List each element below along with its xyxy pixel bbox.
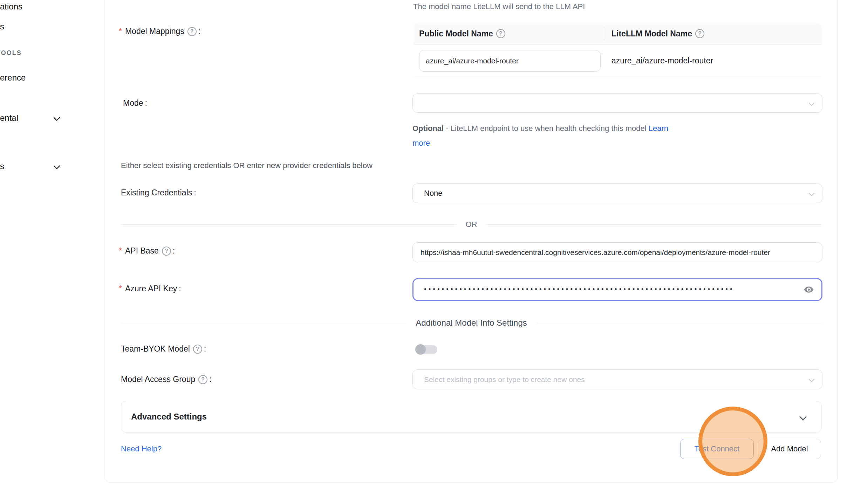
api-base-label: * API Base ? : [119, 246, 175, 256]
add-model-button[interactable]: Add Model [758, 439, 821, 459]
learn-more-link[interactable]: more [412, 139, 430, 147]
chevron-down-icon[interactable] [54, 115, 60, 120]
required-mark: * [119, 246, 122, 256]
help-icon[interactable]: ? [496, 29, 505, 38]
chevron-down-icon [809, 191, 814, 196]
help-icon[interactable]: ? [198, 375, 207, 384]
table-row: azure_ai/azure-model-router [414, 45, 822, 77]
sidebar-item-experimental[interactable]: ental [0, 113, 18, 123]
sidebar: ations s TOOLS erence ental s [0, 0, 104, 485]
sidebar-item-organizations[interactable]: ations [0, 2, 22, 12]
required-mark: * [119, 27, 122, 36]
learn-more-link[interactable]: Learn [649, 124, 668, 133]
azure-api-key-input[interactable]: ••••••••••••••••••••••••••••••••••••••••… [412, 278, 822, 301]
advanced-settings-panel[interactable]: Advanced Settings [121, 401, 822, 432]
help-icon[interactable]: ? [162, 247, 171, 256]
test-connect-button[interactable]: Test Connect [680, 439, 754, 459]
existing-credentials-label: Existing Credentials: [121, 188, 196, 198]
mode-label: Mode: [123, 98, 147, 108]
chevron-down-icon [809, 377, 814, 382]
litellm-model-name-value: azure_ai/azure-model-router [604, 56, 713, 65]
team-byok-toggle[interactable] [415, 344, 437, 355]
model-access-group-label: Model Access Group ? : [121, 375, 212, 384]
additional-settings-title: Additional Model Info Settings [406, 318, 536, 328]
chevron-down-icon[interactable] [54, 163, 60, 169]
eye-icon[interactable] [802, 284, 815, 295]
team-byok-label: Team-BYOK Model ? : [121, 344, 206, 354]
model-access-group-select[interactable]: Select existing groups or type to create… [412, 369, 822, 389]
model-name-hint: The model name LiteLLM will send to the … [413, 2, 585, 11]
public-model-name-header: Public Model Name ? [414, 27, 604, 40]
masked-password: ••••••••••••••••••••••••••••••••••••••••… [424, 286, 802, 292]
table-header: Public Model Name ? LiteLLM Model Name ? [414, 23, 822, 45]
or-divider: OR [121, 220, 822, 229]
sidebar-item[interactable]: s [0, 22, 4, 32]
chevron-down-icon [800, 414, 806, 420]
existing-credentials-value: None [424, 189, 443, 198]
required-mark: * [119, 284, 122, 293]
or-label: OR [457, 220, 486, 229]
existing-credentials-select[interactable]: None [412, 183, 822, 203]
help-icon[interactable]: ? [695, 29, 704, 38]
azure-api-key-label: * Azure API Key : [119, 284, 181, 293]
need-help-link[interactable]: Need Help? [121, 444, 162, 453]
sidebar-item-inference[interactable]: erence [0, 73, 26, 83]
public-model-name-input[interactable] [419, 50, 601, 72]
model-mappings-label: * Model Mappings ? : [119, 27, 200, 36]
help-icon[interactable]: ? [193, 345, 202, 354]
advanced-settings-title: Advanced Settings [131, 412, 800, 422]
chevron-down-icon [809, 101, 814, 106]
sidebar-section-tools: TOOLS [0, 49, 22, 57]
mode-hint: Optional - LiteLLM endpoint to use when … [412, 121, 828, 151]
model-mappings-table: Public Model Name ? LiteLLM Model Name ?… [414, 23, 822, 77]
mode-select[interactable] [412, 93, 822, 113]
additional-settings-divider: Additional Model Info Settings [121, 318, 822, 328]
help-icon[interactable]: ? [187, 27, 197, 36]
model-access-group-placeholder: Select existing groups or type to create… [424, 375, 585, 384]
credentials-note: Either select existing credentials OR en… [121, 161, 373, 170]
add-model-form: The model name LiteLLM will send to the … [104, 0, 838, 485]
sidebar-item-settings[interactable]: s [0, 161, 4, 171]
litellm-model-name-header: LiteLLM Model Name ? [604, 29, 704, 39]
api-base-input[interactable] [412, 242, 822, 262]
